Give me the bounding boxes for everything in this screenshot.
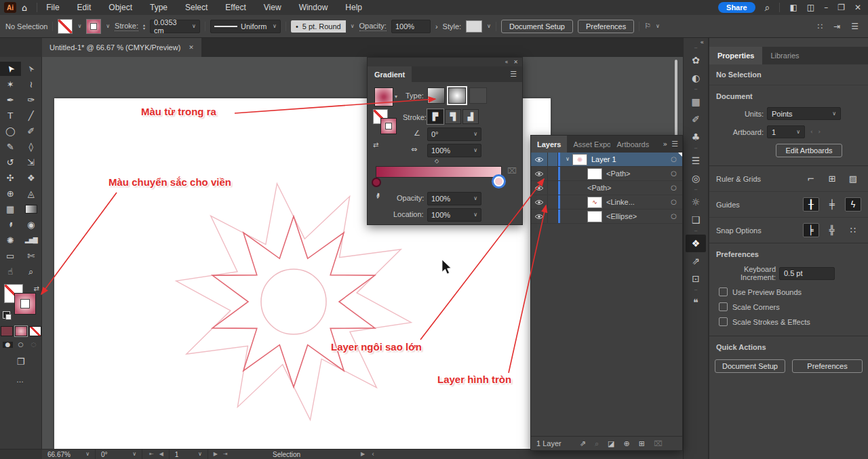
show-transparency-grid-icon[interactable]: ▨ [845, 172, 861, 186]
document-tab[interactable]: Untitled-1* @ 66.67 % (CMYK/Preview) ✕ [42, 38, 201, 57]
lock-guides-icon[interactable]: ╪ [824, 197, 840, 212]
gradient-stroke-proxy[interactable] [380, 118, 397, 134]
dock-panels-icon[interactable]: ⇥ [833, 22, 840, 31]
touch-workspace-icon[interactable]: ∷ [818, 22, 823, 31]
gradient-swatch[interactable] [374, 87, 393, 106]
gradient-across-stroke-icon[interactable]: ▟ [462, 109, 479, 124]
fill-swatch[interactable] [58, 19, 73, 34]
workspace-switcher-icon[interactable]: ◧ [789, 3, 797, 12]
stop-location-dropdown[interactable]: 100% ∨ [427, 208, 481, 222]
zoom-level-dropdown[interactable]: 66.67% ∨ [42, 450, 96, 459]
stroke-weight-label[interactable]: Stroke: [115, 22, 138, 31]
snap-to-point-icon[interactable]: ╞ [803, 223, 819, 237]
lock-column[interactable] [548, 167, 558, 180]
new-layer-icon[interactable]: ⊞ [639, 440, 645, 447]
dock-grip[interactable]: ┅ [694, 187, 697, 193]
document-setup-button[interactable]: Document Setup [501, 20, 573, 33]
fill-chevron-icon[interactable]: ∨ [77, 24, 81, 29]
tab-libraries[interactable]: Libraries [762, 47, 807, 64]
comments-panel-icon[interactable]: ❝ [686, 294, 706, 311]
menu-edit[interactable]: Edit [68, 0, 100, 15]
column-graph-tool[interactable]: ▂▅▇ [21, 233, 42, 247]
panel-close-icon[interactable]: ✕ [513, 60, 518, 65]
visibility-eye-icon[interactable] [531, 181, 548, 195]
layer-row-layer1[interactable]: ∨ Layer 1 ○ [531, 153, 682, 167]
zoom-tool[interactable]: ⌕ [21, 264, 42, 279]
expand-chevron-icon[interactable]: ∨ [563, 157, 572, 162]
tab-close-icon[interactable]: ✕ [189, 45, 194, 51]
menu-file[interactable]: File [37, 0, 68, 15]
blend-tool[interactable]: ◉ [21, 218, 42, 232]
prev-artboard-icon[interactable]: ◀ [159, 452, 163, 457]
pen-tool[interactable]: ✒ [0, 93, 21, 107]
use-preview-bounds-checkbox[interactable] [719, 287, 728, 296]
restore-icon[interactable]: ❐ [837, 3, 845, 12]
lock-column[interactable] [548, 181, 558, 195]
menu-view[interactable]: View [255, 0, 290, 15]
stroke-panel-icon[interactable]: ☰ [686, 152, 706, 169]
minimize-icon[interactable]: – [824, 3, 828, 12]
menu-help[interactable]: Help [336, 0, 371, 15]
layer-thumbnail[interactable] [587, 168, 602, 180]
delete-layer-icon[interactable]: ⌧ [654, 440, 663, 447]
eraser-tool[interactable]: ◊ [21, 140, 42, 154]
share-button[interactable]: Share [718, 2, 755, 13]
brushes-panel-icon[interactable]: ✐ [686, 111, 706, 128]
none-button[interactable] [29, 326, 41, 336]
smart-guides-icon[interactable]: ϟ [845, 197, 861, 212]
visibility-eye-icon[interactable] [531, 195, 548, 209]
gradient-stop-start[interactable] [372, 178, 381, 187]
keyboard-increment-input[interactable]: 0.5 pt [779, 267, 835, 280]
menu-type[interactable]: Type [141, 0, 176, 15]
mesh-tool[interactable]: ▦ [0, 202, 21, 216]
lasso-tool[interactable]: ≀ [21, 77, 42, 92]
lock-column[interactable] [548, 153, 558, 166]
brush-chevron-icon[interactable]: ∨ [351, 24, 355, 29]
curvature-tool[interactable]: ✑ [21, 93, 42, 107]
linear-gradient-button[interactable] [427, 87, 445, 104]
show-grid-icon[interactable]: ⊞ [824, 172, 840, 186]
target-circle-icon[interactable]: ○ [671, 199, 677, 205]
locate-object-icon[interactable]: ⌕ [595, 440, 599, 447]
visibility-eye-icon[interactable] [531, 209, 548, 223]
gradient-eyedropper-icon[interactable]: ✒ [373, 192, 382, 200]
dock-grip[interactable]: ┅ [694, 287, 697, 294]
panel-collapse-icon[interactable]: « [505, 60, 508, 65]
gradient-within-stroke-icon[interactable]: ▛ [427, 109, 443, 124]
prev-artboard-icon[interactable]: ‹ [810, 129, 813, 135]
stroke-stepper[interactable]: ▴▾ [143, 23, 145, 30]
menu-object[interactable]: Object [100, 0, 141, 15]
swap-fill-stroke-icon[interactable]: ⇄ [34, 285, 39, 292]
brush-definition-dropdown[interactable]: • 5 pt. Round [291, 20, 346, 33]
qa-document-setup-button[interactable]: Document Setup [715, 359, 785, 373]
stroke-proxy-swatch[interactable] [14, 293, 36, 315]
stop-opacity-dropdown[interactable]: 100% ∨ [427, 192, 481, 205]
magic-wand-tool[interactable]: ✶ [0, 77, 21, 92]
status-play-icon[interactable]: ▶ [361, 452, 365, 457]
gradient-tool[interactable] [21, 202, 42, 216]
gradient-panel-icon[interactable]: ◐ [686, 69, 706, 87]
scale-corners-checkbox[interactable] [719, 302, 728, 311]
draw-inside-icon[interactable]: ◌ [28, 342, 39, 348]
dock-grip[interactable]: ┅ [694, 146, 697, 152]
symbols-panel-icon[interactable]: ♣ [686, 128, 706, 146]
layers-menu-icon[interactable]: ☰ [671, 140, 678, 148]
layer-name[interactable]: <Path> [606, 169, 630, 178]
show-rulers-icon[interactable]: ⌐ [803, 172, 819, 186]
scale-tool[interactable]: ⇲ [21, 155, 42, 169]
new-sublayer-icon[interactable]: ⊕ [624, 440, 630, 447]
tab-layers[interactable]: Layers [531, 136, 567, 153]
reverse-gradient-icon[interactable]: ⇄ [373, 142, 378, 148]
dock-grip[interactable]: ┅ [694, 87, 697, 93]
dock-collapse-icon[interactable]: « [700, 38, 708, 45]
target-circle-icon[interactable]: ○ [671, 184, 677, 191]
app-logo-icon[interactable]: Ai [4, 2, 16, 13]
control-menu-icon[interactable]: ☰ [851, 22, 859, 31]
gradient-midpoint-icon[interactable]: ◇ [435, 159, 439, 164]
line-segment-tool[interactable]: ╱ [21, 108, 42, 123]
lock-column[interactable] [548, 209, 558, 223]
last-artboard-icon[interactable]: ⇥ [223, 452, 228, 457]
lock-column[interactable] [548, 195, 558, 209]
gradient-stop-end-selected[interactable] [494, 176, 504, 186]
layers-panel-icon[interactable]: ❖ [686, 235, 706, 252]
